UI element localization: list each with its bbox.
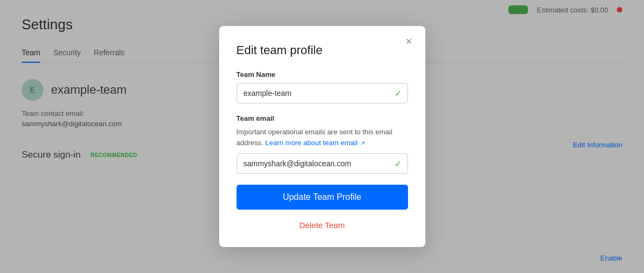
modal-overlay: × Edit team profile Team Name ✓ Team ema…: [0, 0, 644, 273]
team-email-field-wrapper: ✓: [237, 153, 408, 174]
team-email-input[interactable]: [237, 153, 408, 174]
external-link-icon: ↗: [360, 140, 365, 146]
team-name-input[interactable]: [237, 83, 408, 103]
close-button[interactable]: ×: [403, 35, 416, 48]
team-email-description: Important operational emails are sent to…: [237, 127, 408, 148]
edit-team-modal: × Edit team profile Team Name ✓ Team ema…: [219, 26, 425, 247]
update-team-profile-button[interactable]: Update Team Profile: [237, 185, 408, 210]
team-email-section: Team email Important operational emails …: [237, 114, 408, 174]
team-name-check-icon: ✓: [394, 88, 401, 99]
learn-more-link[interactable]: Learn more about team email: [265, 139, 358, 147]
team-email-check-icon: ✓: [394, 159, 401, 169]
team-name-label: Team Name: [237, 70, 408, 79]
modal-title: Edit team profile: [237, 43, 408, 57]
team-email-label: Team email: [237, 114, 408, 122]
delete-team-button[interactable]: Delete Team: [237, 218, 408, 232]
team-name-field-wrapper: ✓: [237, 83, 408, 103]
